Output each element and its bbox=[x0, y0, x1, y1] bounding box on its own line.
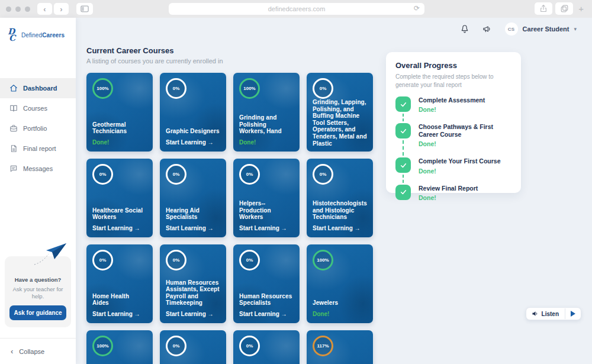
course-card[interactable]: 100% Geothermal Technicians Done! bbox=[86, 73, 153, 152]
course-title: Geothermal Technicians bbox=[92, 121, 147, 135]
overall-progress-panel: Overall Progress Complete the required s… bbox=[386, 52, 521, 193]
sidebar-item-messages[interactable]: Messages bbox=[0, 159, 76, 179]
course-card[interactable]: 0% Hearing Aid Specialists Start Learnin… bbox=[160, 159, 226, 237]
listen-widget: Listen bbox=[526, 307, 581, 320]
user-name: Career Student bbox=[523, 25, 570, 33]
course-cta[interactable]: Start Learning → bbox=[239, 225, 294, 231]
book-icon bbox=[9, 104, 18, 112]
progress-badge: 0% bbox=[313, 164, 333, 185]
step-status: Done! bbox=[419, 106, 485, 113]
browser-back-button[interactable]: ‹ bbox=[37, 3, 52, 15]
course-card[interactable]: 100% bbox=[86, 330, 153, 364]
speaker-icon bbox=[532, 310, 539, 317]
courses-section: Current Career Courses A listing of cour… bbox=[86, 46, 378, 364]
course-title: Graphic Designers bbox=[166, 128, 220, 135]
sidebar-collapse-button[interactable]: ‹ Collapse bbox=[0, 338, 76, 364]
brand-name: DefinedCareers bbox=[21, 32, 65, 38]
course-cta[interactable]: Start Learning → bbox=[92, 311, 147, 317]
share-button[interactable] bbox=[535, 2, 552, 15]
course-cta[interactable]: Start Learning → bbox=[166, 225, 220, 231]
course-card[interactable]: 0% Grinding, Lapping, Polishing, and Buf… bbox=[307, 73, 373, 152]
window-controls[interactable] bbox=[6, 7, 30, 12]
listen-label: Listen bbox=[542, 311, 559, 317]
course-cta[interactable]: Done! bbox=[92, 139, 147, 146]
course-cta[interactable]: Done! bbox=[239, 139, 294, 146]
main-area: CS Career Student ▾ Current Career Cours… bbox=[76, 18, 592, 364]
sidebar-item-dashboard[interactable]: Dashboard bbox=[0, 78, 76, 98]
course-card[interactable]: 0% bbox=[160, 330, 226, 364]
chat-icon bbox=[9, 165, 18, 173]
course-cta[interactable]: Start Learning → bbox=[239, 311, 294, 317]
window-close-dot[interactable] bbox=[6, 7, 11, 12]
sidebar-item-label: Final report bbox=[23, 145, 56, 152]
course-card[interactable]: 0% Healthcare Social Workers Start Learn… bbox=[86, 159, 153, 237]
sidebar-nav: Dashboard Courses Portfolio Final report… bbox=[0, 78, 76, 179]
course-card[interactable]: 0% Human Resources Specialists Start Lea… bbox=[233, 244, 300, 323]
progress-badge: 0% bbox=[166, 164, 186, 185]
listen-button[interactable]: Listen bbox=[526, 308, 565, 320]
progress-badge: 0% bbox=[92, 250, 113, 270]
course-cta[interactable]: Start Learning → bbox=[92, 225, 147, 231]
help-subtitle: Ask your teacher for help. bbox=[9, 286, 66, 300]
help-card: Have a question? Ask your teacher for he… bbox=[5, 256, 71, 327]
brand-logo[interactable]: D C DefinedCareers bbox=[0, 18, 76, 58]
ask-guidance-button[interactable]: Ask for guidance bbox=[9, 305, 66, 320]
tabs-overview-button[interactable] bbox=[555, 2, 573, 15]
sidebar-item-label: Dashboard bbox=[23, 85, 57, 92]
user-menu[interactable]: CS Career Student ▾ bbox=[505, 22, 577, 36]
refresh-icon[interactable]: ⟳ bbox=[414, 4, 420, 12]
course-card[interactable]: 100% Jewelers Done! bbox=[307, 244, 373, 323]
course-card[interactable]: 0% Graphic Designers Start Learning → bbox=[160, 73, 226, 152]
progress-badge: 0% bbox=[166, 78, 186, 99]
browser-sidebar-toggle[interactable] bbox=[76, 3, 93, 15]
course-card[interactable]: 0% Home Health Aides Start Learning → bbox=[86, 244, 153, 323]
window-minimize-dot[interactable] bbox=[15, 7, 21, 12]
course-card[interactable]: 117% bbox=[307, 330, 373, 364]
course-title: Home Health Aides bbox=[92, 293, 147, 307]
progress-subtitle: Complete the required steps below to gen… bbox=[395, 73, 511, 89]
progress-badge: 100% bbox=[92, 336, 113, 356]
course-title: Human Resources Assistants, Except Payro… bbox=[166, 279, 220, 307]
progress-badge: 117% bbox=[313, 336, 333, 356]
progress-badge: 0% bbox=[166, 336, 186, 356]
window-zoom-dot[interactable] bbox=[25, 7, 30, 12]
course-cta[interactable]: Done! bbox=[313, 311, 367, 317]
sidebar-item-portfolio[interactable]: Portfolio bbox=[0, 118, 76, 138]
course-title: Grinding, Lapping, Polishing, and Buffin… bbox=[313, 99, 367, 147]
sidebar-item-final-report[interactable]: Final report bbox=[0, 138, 76, 159]
announcements-megaphone-icon[interactable] bbox=[482, 24, 492, 34]
sidebar-item-label: Courses bbox=[23, 105, 47, 112]
course-title: Grinding and Polishing Workers, Hand bbox=[239, 114, 294, 135]
course-card[interactable]: 0% Human Resources Assistants, Except Pa… bbox=[160, 244, 226, 323]
help-title: Have a question? bbox=[9, 276, 66, 283]
collapse-label: Collapse bbox=[19, 348, 44, 355]
progress-step: Review Final Report Done! bbox=[395, 185, 511, 201]
check-icon bbox=[395, 96, 411, 112]
course-title: Helpers--Production Workers bbox=[239, 200, 294, 221]
progress-badge: 100% bbox=[313, 250, 333, 270]
course-cta[interactable]: Start Learning → bbox=[166, 311, 220, 317]
address-bar[interactable]: definedcareers.com ⟳ bbox=[169, 3, 424, 15]
sidebar: D C DefinedCareers Dashboard Courses Por… bbox=[0, 18, 76, 364]
page-title: Current Career Courses bbox=[86, 46, 378, 55]
avatar: CS bbox=[505, 22, 518, 36]
course-card[interactable]: 100% Grinding and Polishing Workers, Han… bbox=[233, 73, 300, 152]
progress-badge: 0% bbox=[239, 164, 260, 185]
course-title: Human Resources Specialists bbox=[239, 293, 294, 307]
course-card[interactable]: 0% Helpers--Production Workers Start Lea… bbox=[233, 159, 300, 237]
check-icon bbox=[395, 123, 411, 138]
new-tab-button[interactable]: + bbox=[576, 4, 586, 14]
progress-badge: 100% bbox=[92, 78, 113, 99]
course-cta[interactable]: Start Learning → bbox=[313, 151, 367, 152]
course-card[interactable]: 0% Histotechnologists and Histologic Tec… bbox=[307, 159, 373, 237]
sidebar-item-courses[interactable]: Courses bbox=[0, 98, 76, 118]
course-card[interactable]: 0% bbox=[233, 330, 300, 364]
browser-forward-button[interactable]: › bbox=[54, 3, 69, 15]
home-icon bbox=[9, 84, 18, 92]
course-cta[interactable]: Start Learning → bbox=[313, 225, 367, 231]
progress-step: Choose Pathways & First Career Course Do… bbox=[395, 123, 511, 157]
play-button[interactable] bbox=[565, 308, 581, 319]
course-title: Hearing Aid Specialists bbox=[166, 207, 220, 221]
notifications-bell-icon[interactable] bbox=[460, 24, 469, 34]
course-cta[interactable]: Start Learning → bbox=[166, 139, 220, 146]
